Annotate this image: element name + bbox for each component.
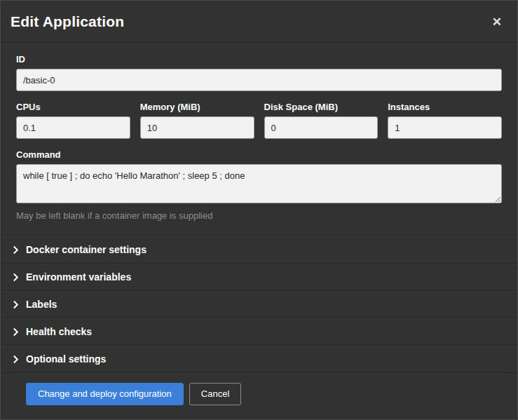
disk-input[interactable] (264, 116, 379, 139)
command-field-group: Command while [ true ] ; do echo 'Hello … (16, 149, 502, 221)
section-environment-variables[interactable]: Environment variables (1, 263, 517, 290)
edit-application-modal: Edit Application ✕ ID CPUs Memory (MiB) … (0, 0, 518, 420)
change-and-deploy-button[interactable]: Change and deploy configuration (26, 383, 184, 405)
chevron-right-icon (13, 327, 19, 337)
modal-header: Edit Application ✕ (1, 1, 517, 43)
section-docker-container-settings[interactable]: Docker container settings (1, 236, 517, 263)
id-label: ID (16, 54, 502, 65)
resources-row: CPUs Memory (MiB) Disk Space (MiB) Insta… (16, 102, 502, 139)
modal-body: ID CPUs Memory (MiB) Disk Space (MiB) In… (1, 43, 517, 419)
chevron-right-icon (13, 300, 19, 309)
cancel-button[interactable]: Cancel (189, 383, 241, 405)
section-labels[interactable]: Labels (1, 290, 517, 318)
section-optional-settings[interactable]: Optional settings (1, 345, 517, 373)
memory-input[interactable] (140, 116, 254, 139)
section-health-checks[interactable]: Health checks (1, 318, 517, 345)
cpus-field-group: CPUs (16, 102, 130, 139)
memory-field-group: Memory (MiB) (140, 102, 254, 139)
cpus-input[interactable] (16, 116, 130, 139)
id-input[interactable] (16, 69, 502, 91)
chevron-right-icon (13, 245, 19, 255)
section-label: Health checks (26, 326, 92, 337)
disk-label: Disk Space (MiB) (264, 102, 379, 112)
cpus-label: CPUs (16, 102, 130, 112)
command-label: Command (16, 149, 502, 160)
disk-field-group: Disk Space (MiB) (264, 102, 379, 139)
instances-label: Instances (388, 102, 502, 112)
id-field-group: ID (16, 54, 502, 91)
command-textarea[interactable]: while [ true ] ; do echo 'Hello Marathon… (16, 164, 502, 203)
section-label: Docker container settings (26, 244, 146, 255)
chevron-right-icon (13, 273, 19, 282)
command-help-text: May be left blank if a container image i… (16, 210, 502, 221)
collapsible-sections: Docker container settings Environment va… (1, 236, 517, 373)
section-label: Labels (26, 299, 57, 310)
instances-field-group: Instances (388, 102, 502, 139)
instances-input[interactable] (388, 116, 502, 139)
section-label: Environment variables (26, 271, 131, 283)
close-icon[interactable]: ✕ (488, 13, 506, 31)
chevron-right-icon (13, 355, 19, 364)
modal-footer: Change and deploy configuration Cancel (16, 373, 502, 419)
section-label: Optional settings (26, 353, 106, 365)
memory-label: Memory (MiB) (140, 102, 254, 112)
page-title: Edit Application (11, 13, 124, 30)
